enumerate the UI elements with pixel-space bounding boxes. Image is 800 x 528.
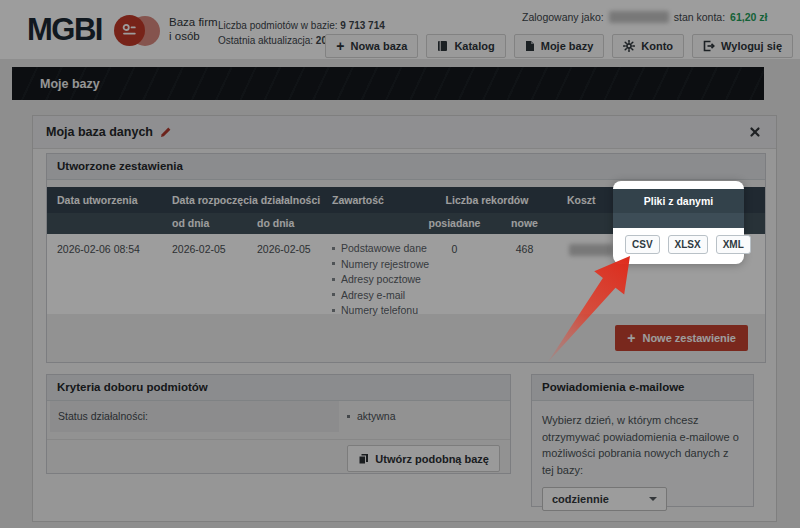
- files-column-spotlight: Pliki z danymi CSV XLSX XML: [613, 181, 744, 264]
- download-xml-button[interactable]: XML: [716, 235, 751, 254]
- download-csv-button[interactable]: CSV: [625, 235, 660, 254]
- files-column-subheader: [613, 213, 744, 228]
- download-xlsx-button[interactable]: XLSX: [668, 235, 708, 254]
- dim-overlay: [0, 0, 800, 528]
- files-column-header: Pliki z danymi: [613, 189, 744, 213]
- file-download-buttons: CSV XLSX XML: [613, 228, 744, 254]
